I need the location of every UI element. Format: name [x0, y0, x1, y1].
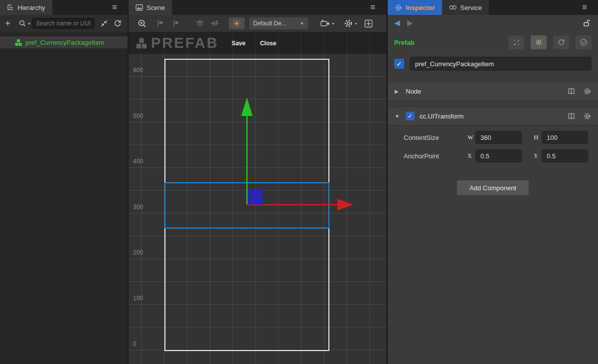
camera-caret-icon: ▼ — [331, 22, 335, 25]
service-link-icon — [449, 4, 457, 10]
align-top-icon — [195, 19, 204, 27]
camera-menu-button[interactable]: ▼ — [320, 15, 335, 32]
move-gizmo[interactable] — [129, 32, 386, 364]
collapse-all-button[interactable] — [100, 15, 108, 32]
x-label: X — [467, 152, 475, 160]
service-tab-label: Service — [460, 4, 482, 11]
refresh-button[interactable] — [114, 15, 122, 32]
unlock-icon — [583, 19, 591, 27]
h-label: H — [534, 134, 542, 141]
align-left-button[interactable] — [156, 15, 164, 32]
inspector-nav-row: ◀ ▶ — [388, 15, 598, 31]
uitransform-expanded-icon[interactable]: ▼ — [395, 114, 401, 119]
check-icon: ✓ — [408, 113, 413, 120]
node-settings-gear-icon[interactable] — [584, 88, 591, 95]
tab-scene[interactable]: Scene — [129, 0, 172, 15]
prefab-apply-button[interactable] — [576, 35, 592, 49]
uitransform-enabled-checkbox[interactable]: ✓ — [406, 112, 415, 121]
prefab-reset-button[interactable] — [553, 35, 569, 49]
gizmo-xy-plane-handle[interactable] — [248, 189, 263, 205]
prefab-asset-row: Prefab — [388, 31, 598, 54]
scene-viewport[interactable]: 600 500 400 300 200 100 0 — [129, 32, 386, 364]
prefab-locate-button[interactable] — [531, 35, 547, 49]
anchor-point-row: AnchorPoint X Y — [388, 149, 598, 162]
node-name-row: ✓ — [388, 54, 598, 78]
zoom-tool-button[interactable] — [138, 15, 147, 32]
align-top-button[interactable] — [195, 15, 204, 32]
light-icon — [233, 19, 241, 27]
uitransform-section-header[interactable]: ▼ ✓ cc.UITransform — [388, 107, 598, 125]
add-component-button[interactable]: Add Component — [457, 180, 529, 195]
content-size-h-input[interactable] — [542, 131, 588, 144]
select-caret-icon: ▼ — [300, 21, 304, 26]
inspector-panel: Inspector Service ≡ ◀ ▶ — [388, 0, 598, 364]
editor-window: Hierarchy ≡ + ▼ — [0, 0, 598, 364]
close-button[interactable]: Close — [260, 40, 277, 47]
scene-menu-icon[interactable]: ≡ — [370, 0, 375, 15]
inspector-tabbar: Inspector Service ≡ — [388, 0, 598, 15]
gizmo-y-arrow-icon[interactable] — [241, 98, 253, 116]
prefab-mode-banner: PREFAB Save Close — [129, 32, 386, 54]
lock-toggle-button[interactable] — [583, 19, 591, 27]
node-section-label: Node — [406, 88, 421, 95]
scene-tab-label: Scene — [147, 4, 165, 11]
camera-icon — [320, 20, 330, 27]
save-button[interactable]: Save — [232, 40, 246, 47]
node-docs-icon[interactable] — [568, 88, 575, 95]
inspector-body: Prefab — [388, 31, 598, 162]
node-name-label: pref_CurrencyPackageItem — [25, 39, 104, 46]
inspector-menu-icon[interactable]: ≡ — [582, 0, 587, 15]
settings-caret-icon: ▼ — [354, 22, 358, 25]
camera-select-value: Default De... — [253, 20, 287, 27]
node-collapsed-icon[interactable]: ▶ — [395, 89, 401, 94]
hierarchy-tabbar: Hierarchy ≡ — [0, 0, 128, 15]
w-label: W — [467, 134, 475, 141]
align-center-h-button[interactable] — [171, 15, 179, 32]
search-filter-button[interactable]: ▼ — [18, 15, 31, 32]
align-middle-button[interactable] — [210, 15, 219, 32]
align-left-icon — [156, 19, 164, 27]
uitransform-section-label: cc.UITransform — [420, 113, 463, 120]
scene-tabbar: Scene ≡ — [129, 0, 386, 15]
anchor-point-x-input[interactable] — [475, 149, 522, 162]
content-size-row: ContentSize W H — [388, 131, 598, 144]
align-center-h-icon — [171, 19, 179, 27]
uitransform-docs-icon[interactable] — [568, 113, 575, 120]
node-section-header[interactable]: ▶ Node — [388, 82, 598, 101]
scene-settings-button[interactable]: ▼ — [344, 15, 358, 32]
history-forward-button[interactable]: ▶ — [407, 18, 413, 27]
filter-caret-icon: ▼ — [27, 22, 31, 25]
hierarchy-menu-icon[interactable]: ≡ — [112, 0, 117, 15]
node-name-input[interactable] — [410, 57, 592, 71]
locate-target-icon — [535, 38, 543, 46]
gizmo-x-arrow-icon[interactable] — [337, 199, 353, 211]
search-icon — [18, 19, 27, 28]
hierarchy-node-row[interactable]: pref_CurrencyPackageItem — [0, 36, 128, 48]
hierarchy-toolbar: + ▼ — [0, 15, 128, 32]
prefab-unlink-button[interactable] — [508, 35, 524, 49]
anchor-point-y-input[interactable] — [542, 149, 588, 162]
anchor-point-label: AnchorPoint — [404, 152, 467, 160]
scene-toolbar: Default De... ▼ ▼ ▼ — [129, 15, 386, 32]
hierarchy-tab-label: Hierarchy — [17, 4, 45, 11]
check-circle-icon — [580, 38, 588, 46]
history-back-button[interactable]: ◀ — [394, 18, 400, 27]
search-input[interactable] — [32, 18, 95, 29]
node-active-checkbox[interactable]: ✓ — [394, 59, 404, 69]
inspector-tab-label: Inspector — [406, 4, 435, 11]
unlink-icon — [513, 39, 520, 46]
reset-arrow-icon — [558, 39, 565, 46]
hierarchy-tree-icon — [7, 4, 14, 11]
check-icon: ✓ — [397, 60, 402, 68]
uitransform-settings-gear-icon[interactable] — [584, 113, 591, 120]
layout-toggle-button[interactable] — [364, 15, 373, 32]
refresh-icon — [114, 19, 122, 27]
scene-light-toggle[interactable] — [229, 17, 245, 29]
hierarchy-panel: Hierarchy ≡ + ▼ — [0, 0, 128, 364]
tab-inspector[interactable]: Inspector — [388, 0, 442, 15]
tab-hierarchy[interactable]: Hierarchy — [0, 0, 52, 15]
create-node-button[interactable]: + — [5, 15, 10, 32]
content-size-w-input[interactable] — [475, 131, 522, 144]
tab-service[interactable]: Service — [442, 0, 489, 15]
camera-preview-select[interactable]: Default De... ▼ — [249, 17, 308, 29]
